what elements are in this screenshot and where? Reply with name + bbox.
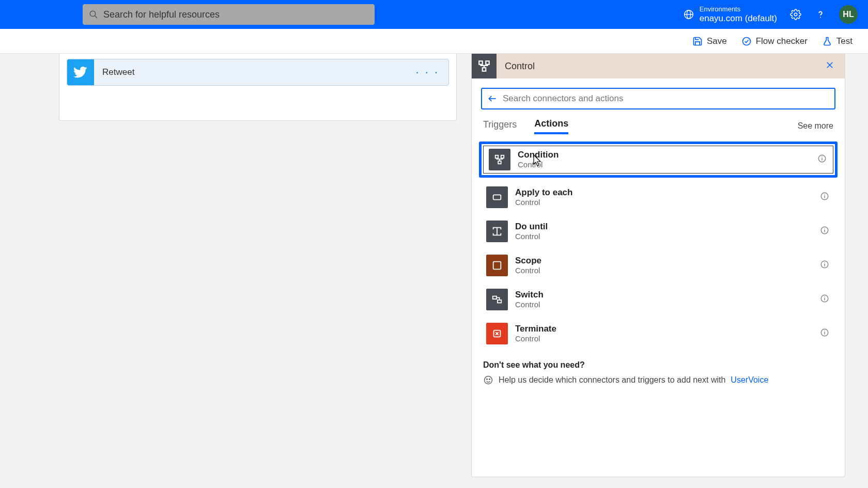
action-info-button[interactable] [816, 294, 833, 305]
svg-point-31 [824, 262, 825, 263]
flow-step-container: Retweet · · · [59, 54, 457, 121]
svg-rect-9 [486, 61, 489, 65]
svg-point-19 [822, 156, 823, 158]
environment-label: Environments [700, 6, 777, 13]
action-subtitle: Control [518, 160, 813, 169]
svg-point-23 [824, 194, 825, 195]
test-button-label: Test [836, 36, 853, 46]
top-navigation-bar: Environments enayu.com (default) HL [0, 0, 868, 29]
smiley-icon [483, 375, 493, 385]
action-subtitle: Control [515, 198, 816, 207]
control-connector-icon [472, 54, 497, 78]
svg-rect-15 [501, 155, 504, 159]
flow-step-retweet[interactable]: Retweet · · · [67, 59, 449, 86]
svg-point-7 [742, 37, 750, 45]
info-icon [820, 226, 829, 235]
footer-text: Help us decide which connectors and trig… [499, 375, 725, 385]
beaker-icon [822, 36, 832, 46]
panel-close-button[interactable] [822, 57, 838, 75]
flow-canvas: Retweet · · · Control Triggers Actions S… [0, 54, 868, 488]
question-icon [815, 9, 826, 20]
command-bar: Save Flow checker Test [0, 29, 868, 54]
action-subtitle: Control [515, 334, 816, 343]
info-icon [820, 192, 829, 201]
svg-rect-28 [493, 262, 501, 270]
action-picker-panel: Control Triggers Actions See more Condit… [471, 54, 845, 477]
global-search-input[interactable] [103, 9, 368, 20]
help-button[interactable] [814, 8, 827, 21]
connector-search[interactable] [481, 88, 835, 109]
action-info-button[interactable] [816, 328, 833, 339]
close-icon [825, 60, 834, 70]
svg-point-45 [489, 379, 490, 380]
panel-header: Control [472, 54, 845, 78]
flow-step-menu-button[interactable]: · · · [406, 66, 448, 79]
action-item-scope[interactable]: ScopeControl [479, 251, 838, 280]
action-subtitle: Control [515, 266, 816, 275]
action-icon [489, 149, 510, 170]
tab-actions[interactable]: Actions [534, 118, 568, 134]
globe-icon [683, 9, 694, 20]
see-more-link[interactable]: See more [798, 121, 833, 131]
info-icon [817, 154, 827, 163]
panel-footer: Don't see what you need? Help us decide … [472, 348, 845, 385]
action-list: ConditionControlApply to eachControlDo u… [472, 136, 845, 348]
search-icon [89, 10, 98, 19]
svg-point-27 [824, 228, 825, 229]
action-item-apply-to-each[interactable]: Apply to eachControl [479, 183, 838, 212]
tabs-row: Triggers Actions See more [472, 116, 845, 136]
settings-button[interactable] [789, 8, 802, 21]
action-item-terminate[interactable]: TerminateControl [479, 319, 838, 348]
svg-point-42 [824, 330, 825, 332]
action-title: Do until [515, 222, 816, 232]
svg-rect-14 [495, 155, 499, 159]
flow-checker-icon [741, 36, 752, 46]
info-icon [820, 294, 829, 303]
svg-rect-8 [479, 61, 483, 65]
svg-point-36 [824, 296, 825, 297]
action-info-button[interactable] [813, 154, 831, 165]
global-search[interactable] [83, 4, 375, 25]
svg-point-43 [485, 376, 492, 384]
action-icon [486, 186, 508, 208]
environment-name: enayu.com (default) [700, 13, 777, 24]
svg-rect-16 [498, 161, 501, 164]
footer-title: Don't see what you need? [483, 360, 833, 370]
action-icon [486, 289, 508, 310]
svg-rect-20 [493, 195, 501, 199]
svg-point-5 [794, 13, 797, 16]
action-title: Scope [515, 256, 816, 266]
action-item-do-until[interactable]: Do untilControl [479, 217, 838, 246]
gear-icon [790, 9, 801, 20]
save-icon [692, 36, 703, 46]
svg-point-6 [820, 17, 821, 18]
action-subtitle: Control [515, 300, 816, 309]
svg-point-44 [487, 379, 488, 380]
action-title: Condition [518, 150, 813, 160]
action-title: Switch [515, 290, 816, 300]
action-item-switch[interactable]: SwitchControl [479, 285, 838, 314]
save-button-label: Save [707, 36, 727, 46]
back-arrow-icon[interactable] [487, 93, 498, 104]
action-icon [486, 221, 508, 242]
action-icon [486, 255, 508, 276]
info-icon [820, 260, 829, 269]
svg-rect-33 [498, 300, 501, 303]
tab-triggers[interactable]: Triggers [483, 119, 517, 133]
svg-point-0 [90, 11, 96, 17]
info-icon [820, 328, 829, 337]
flow-checker-button[interactable]: Flow checker [741, 36, 808, 46]
action-title: Apply to each [515, 187, 816, 198]
uservoice-link[interactable]: UserVoice [731, 375, 768, 385]
action-icon [486, 323, 508, 344]
action-item-condition[interactable]: ConditionControl [479, 141, 838, 178]
action-info-button[interactable] [816, 260, 833, 271]
action-info-button[interactable] [816, 192, 833, 203]
user-avatar[interactable]: HL [839, 5, 858, 24]
environment-picker[interactable]: Environments enayu.com (default) [683, 6, 777, 23]
test-button[interactable]: Test [822, 36, 853, 46]
save-button[interactable]: Save [692, 36, 727, 46]
connector-search-input[interactable] [503, 93, 829, 104]
action-info-button[interactable] [816, 226, 833, 237]
svg-line-1 [95, 15, 97, 18]
